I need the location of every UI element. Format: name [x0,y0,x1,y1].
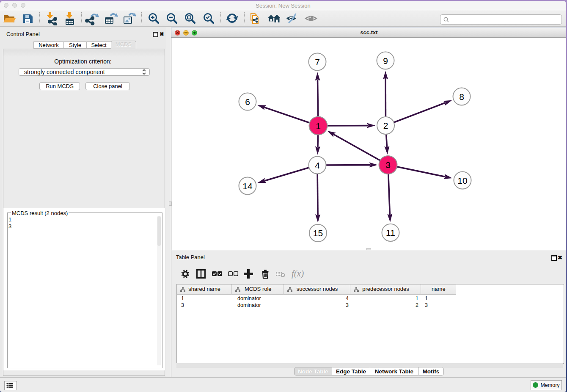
svg-text:3: 3 [385,160,391,170]
svg-text:7: 7 [315,57,320,67]
svg-text:4: 4 [315,160,320,170]
svg-text:10: 10 [457,176,467,185]
svg-text:11: 11 [386,228,395,237]
svg-text:15: 15 [313,228,323,238]
svg-text:14: 14 [242,181,253,191]
svg-text:6: 6 [245,97,250,107]
svg-text:9: 9 [383,56,388,66]
svg-text:2: 2 [383,121,388,130]
svg-text:8: 8 [459,92,464,102]
svg-text:1: 1 [316,121,321,131]
